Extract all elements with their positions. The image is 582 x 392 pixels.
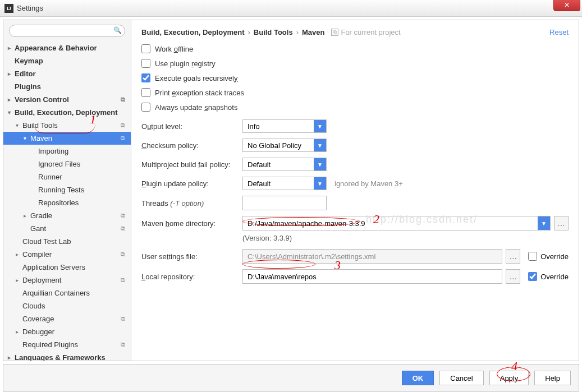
tree-appearance[interactable]: ▸Appearance & Behavior bbox=[3, 41, 131, 54]
cancel-button[interactable]: Cancel bbox=[439, 371, 483, 385]
search-input[interactable] bbox=[9, 25, 125, 37]
main-panel: Build, Execution, Deployment › Build Too… bbox=[131, 20, 579, 361]
tree-version-control[interactable]: ▸Version Control⧉ bbox=[3, 93, 131, 106]
override-label: Override bbox=[540, 252, 569, 261]
tree-cloud-test-lab[interactable]: Cloud Test Lab bbox=[3, 235, 131, 248]
override-label: Override bbox=[540, 273, 569, 281]
plugin-update-label: Plugin update policy: bbox=[141, 179, 242, 188]
browse-button[interactable]: … bbox=[506, 269, 520, 284]
dialog-body: 🔍 ▸Appearance & Behavior Keymap ▸Editor … bbox=[3, 20, 579, 361]
app-icon: IJ bbox=[4, 4, 13, 13]
user-settings-label: User settings file: bbox=[141, 252, 242, 261]
reset-link[interactable]: Reset bbox=[549, 28, 569, 36]
chevron-right-icon: › bbox=[248, 28, 250, 36]
window-close-button[interactable]: ✕ bbox=[553, 0, 580, 11]
tree-repositories[interactable]: Repositories bbox=[3, 196, 131, 209]
tree-ignored-files[interactable]: Ignored Files bbox=[3, 158, 131, 170]
user-settings-input: C:\Users\Administrator\.m2\settings.xml bbox=[242, 249, 502, 264]
tree-runner[interactable]: Runner bbox=[3, 170, 131, 183]
copy-icon: ⧉ bbox=[121, 133, 125, 144]
work-offline-checkbox[interactable] bbox=[141, 44, 150, 53]
ok-button[interactable]: OK bbox=[402, 371, 434, 385]
tree-maven[interactable]: ▾Maven⧉ bbox=[3, 132, 131, 145]
breadcrumb: Build, Execution, Deployment › Build Too… bbox=[141, 28, 569, 36]
copy-icon: ⧉ bbox=[121, 120, 125, 131]
apply-button[interactable]: Apply bbox=[489, 371, 529, 385]
maven-home-input[interactable]: D:/Java/maven/apache-maven-3.3.9▼ bbox=[242, 216, 551, 230]
tree-coverage[interactable]: Coverage⧉ bbox=[3, 312, 131, 325]
tree-gant[interactable]: Gant⧉ bbox=[3, 222, 131, 235]
breadcrumb-part[interactable]: Build, Execution, Deployment bbox=[141, 28, 244, 36]
tree-clouds[interactable]: Clouds bbox=[3, 299, 131, 312]
checksum-label: Checksum policy: bbox=[141, 141, 242, 150]
tree-plugins[interactable]: Plugins bbox=[3, 80, 131, 93]
output-level-label: Output level: bbox=[141, 122, 242, 131]
always-update-checkbox[interactable] bbox=[141, 103, 150, 112]
tree-running-tests[interactable]: Running Tests bbox=[3, 183, 131, 196]
plugin-update-note: ignored by Maven 3+ bbox=[334, 179, 403, 188]
maven-home-label: Maven home directory: bbox=[141, 219, 242, 228]
work-offline-label: Work offline bbox=[155, 45, 193, 53]
copy-icon: ⧉ bbox=[121, 275, 125, 285]
tree-arquillian[interactable]: Arquillian Containers bbox=[3, 287, 131, 299]
breadcrumb-part[interactable]: Build Tools bbox=[254, 28, 293, 36]
output-level-select[interactable]: Info▼ bbox=[242, 119, 327, 133]
help-button[interactable]: Help bbox=[534, 371, 571, 385]
tree-lang-frameworks[interactable]: ▸Languages & Frameworks bbox=[3, 351, 131, 361]
tree-bed[interactable]: ▾Build, Execution, Deployment bbox=[3, 106, 131, 119]
copy-icon: ⧉ bbox=[331, 29, 338, 36]
settings-tree[interactable]: ▸Appearance & Behavior Keymap ▸Editor Pl… bbox=[3, 41, 131, 361]
chevron-right-icon: › bbox=[296, 28, 299, 36]
tree-gradle[interactable]: ▸Gradle⧉ bbox=[3, 209, 131, 222]
tree-deployment[interactable]: ▸Deployment⧉ bbox=[3, 274, 131, 287]
threads-label: Threads (-T option) bbox=[141, 199, 242, 207]
print-exception-label: Print exception stack traces bbox=[155, 89, 244, 97]
tree-keymap[interactable]: Keymap bbox=[3, 54, 131, 67]
multiproject-label: Multiproject build fail policy: bbox=[141, 160, 242, 169]
plugin-update-select[interactable]: Default▼ bbox=[242, 177, 327, 190]
chevron-down-icon: ▼ bbox=[538, 216, 550, 230]
copy-icon: ⧉ bbox=[121, 339, 125, 350]
tree-importing[interactable]: Importing bbox=[3, 145, 131, 158]
tree-compiler[interactable]: ▸Compiler⧉ bbox=[3, 248, 131, 261]
use-plugin-registry-label: Use plugin registry bbox=[155, 59, 216, 68]
project-scope-hint: ⧉For current project bbox=[331, 28, 400, 36]
tree-required-plugins[interactable]: Required Plugins⧉ bbox=[3, 338, 131, 351]
execute-goals-label: Execute goals recursively bbox=[155, 74, 237, 82]
search-icon: 🔍 bbox=[113, 26, 122, 34]
local-repo-override-checkbox[interactable] bbox=[528, 272, 537, 281]
browse-button[interactable]: … bbox=[506, 249, 520, 264]
copy-icon: ⧉ bbox=[121, 313, 125, 324]
local-repo-input[interactable]: D:\Java\maven\repos bbox=[242, 269, 502, 284]
checkbox-group: Work offline Use plugin registry Execute… bbox=[141, 44, 569, 112]
tree-debugger[interactable]: ▸Debugger bbox=[3, 325, 131, 338]
copy-icon: ⧉ bbox=[121, 249, 125, 260]
chevron-down-icon: ▼ bbox=[314, 139, 326, 151]
copy-icon: ⧉ bbox=[121, 94, 125, 105]
tree-application-servers[interactable]: Application Servers bbox=[3, 261, 131, 274]
copy-icon: ⧉ bbox=[121, 210, 125, 221]
user-settings-override-checkbox[interactable] bbox=[528, 252, 537, 261]
local-repo-label: Local repository: bbox=[141, 273, 242, 281]
always-update-label: Always update snapshots bbox=[155, 103, 237, 112]
version-note: (Version: 3.3.9) bbox=[242, 234, 569, 242]
multiproject-select[interactable]: Default▼ bbox=[242, 158, 327, 171]
window-title: Settings bbox=[17, 4, 43, 12]
print-exception-checkbox[interactable] bbox=[141, 88, 150, 97]
tree-editor[interactable]: ▸Editor bbox=[3, 67, 131, 80]
copy-icon: ⧉ bbox=[121, 223, 125, 234]
button-bar: OK Cancel Apply Help bbox=[3, 364, 579, 392]
breadcrumb-part: Maven bbox=[302, 28, 324, 36]
execute-goals-checkbox[interactable] bbox=[141, 73, 150, 82]
title-bar: IJ Settings ✕ bbox=[0, 0, 582, 17]
browse-button[interactable]: … bbox=[554, 216, 569, 230]
tree-build-tools[interactable]: ▾Build Tools⧉ bbox=[3, 119, 131, 132]
sidebar: 🔍 ▸Appearance & Behavior Keymap ▸Editor … bbox=[3, 20, 131, 361]
chevron-down-icon: ▼ bbox=[314, 120, 326, 132]
checksum-select[interactable]: No Global Policy▼ bbox=[242, 139, 327, 152]
search-wrap: 🔍 bbox=[3, 20, 131, 41]
threads-input[interactable] bbox=[242, 196, 327, 210]
chevron-down-icon: ▼ bbox=[314, 177, 326, 190]
use-plugin-registry-checkbox[interactable] bbox=[141, 59, 150, 68]
chevron-down-icon: ▼ bbox=[314, 158, 326, 170]
